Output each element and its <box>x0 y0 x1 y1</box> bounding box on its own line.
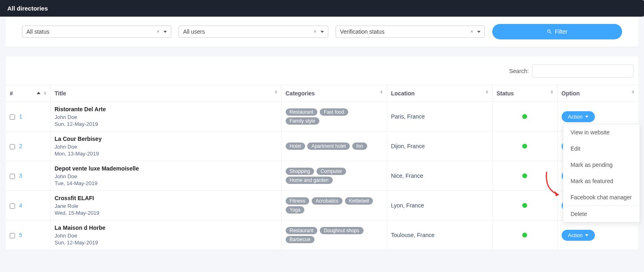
status-active-icon <box>522 173 527 178</box>
table-row: 2La Cour BerbiseyJohn DoeMon, 13-May-201… <box>6 132 638 161</box>
row-checkbox[interactable] <box>10 114 15 120</box>
action-dropdown: View in website Edit Mark as pending Mar… <box>563 124 640 222</box>
row-checkbox[interactable] <box>10 203 15 209</box>
dropdown-mark-as-featured[interactable]: Mark as featured <box>563 173 640 189</box>
sort-icon <box>486 90 488 94</box>
dropdown-delete[interactable]: Delete <box>563 205 640 222</box>
search-input[interactable] <box>532 65 633 78</box>
row-title: La Maison d Horbe <box>55 225 277 231</box>
status-filter-select[interactable]: All status × <box>22 26 171 38</box>
sort-icon <box>632 90 634 94</box>
filter-panel: All status × All users × Verification st… <box>6 17 638 47</box>
verification-filter-select[interactable]: Verification status × <box>336 26 485 38</box>
row-user: John Doe <box>55 233 277 239</box>
row-location: Dijon, France <box>387 132 492 161</box>
column-header-categories[interactable]: Categories <box>281 85 387 102</box>
category-tag: Restaurant <box>286 227 318 234</box>
row-date: Wed, 15-May-2019 <box>55 210 277 216</box>
action-button-label: Action <box>568 232 583 238</box>
chevron-down-icon <box>585 234 588 236</box>
row-date: Mon, 13-May-2019 <box>55 151 277 157</box>
category-tag: Acrobatics <box>312 197 342 205</box>
status-active-icon <box>522 144 527 149</box>
page-title: All directories <box>7 5 48 12</box>
row-user: John Doe <box>55 144 277 150</box>
users-filter-label: All users <box>183 28 205 35</box>
directories-table: # Title Categories <box>6 85 638 250</box>
row-user: John Doe <box>55 173 277 179</box>
filter-button[interactable]: Filter <box>492 24 622 39</box>
category-tag: Kettlebell <box>345 197 373 205</box>
row-number: 2 <box>19 143 22 149</box>
search-icon <box>547 29 552 35</box>
dropdown-mark-as-pending[interactable]: Mark as pending <box>563 157 640 173</box>
sort-icon <box>44 91 46 95</box>
category-tag: Home and garden <box>286 177 333 184</box>
category-tag: Restaurant <box>286 108 318 116</box>
table-panel: Search: # Title <box>6 56 638 250</box>
row-date: Tue, 14-May-2019 <box>55 180 277 186</box>
close-icon[interactable]: × <box>155 29 161 35</box>
category-tag: Inn <box>352 142 367 150</box>
close-icon[interactable]: × <box>469 29 475 35</box>
action-button[interactable]: Action <box>562 111 595 122</box>
row-user: John Doe <box>55 114 277 120</box>
row-number: 5 <box>19 232 22 238</box>
row-title: Depot vente luxe Mademoiselle <box>55 165 277 172</box>
category-tag: Doughnut shops <box>320 227 363 234</box>
row-title: Crossfit ELAFI <box>55 195 277 201</box>
chevron-down-icon <box>477 31 480 33</box>
column-header-option[interactable]: Option <box>557 85 638 102</box>
sort-icon <box>551 90 553 94</box>
category-tag: Family style <box>286 117 319 125</box>
category-tag: Hotel <box>286 142 305 150</box>
row-user: Jane Role <box>55 203 277 209</box>
column-header-status[interactable]: Status <box>492 85 557 102</box>
verification-filter-label: Verification status <box>340 28 385 35</box>
sort-icon <box>380 90 383 94</box>
row-number: 4 <box>19 202 22 209</box>
category-tag: Computer <box>317 168 346 175</box>
sort-icon <box>275 90 277 94</box>
row-date: Sun, 12-May-2019 <box>55 121 277 127</box>
users-filter-select[interactable]: All users × <box>179 26 328 38</box>
category-tag: Yoga <box>286 206 305 214</box>
table-row: 5La Maison d HorbeJohn DoeSun, 12-May-20… <box>6 220 638 250</box>
row-number: 1 <box>19 113 22 120</box>
action-button-label: Action <box>568 114 583 120</box>
row-location: Paris, France <box>387 102 492 132</box>
sort-asc-icon <box>37 92 41 94</box>
row-checkbox[interactable] <box>10 144 15 149</box>
table-row: 3Depot vente luxe MademoiselleJohn DoeTu… <box>6 161 638 191</box>
category-tag: Apartment hotel <box>307 142 350 150</box>
column-header-num[interactable]: # <box>6 85 50 102</box>
dropdown-facebook-chat-manager[interactable]: Facebook chat manager <box>563 189 640 205</box>
dropdown-view-in-website[interactable]: View in website <box>563 124 640 140</box>
search-label: Search: <box>509 68 529 74</box>
status-active-icon <box>522 233 527 237</box>
dropdown-edit[interactable]: Edit <box>563 140 640 157</box>
action-button[interactable]: Action <box>562 230 595 241</box>
column-header-location[interactable]: Location <box>387 85 492 102</box>
search-row: Search: <box>6 65 638 85</box>
row-checkbox[interactable] <box>10 174 15 179</box>
filter-button-label: Filter <box>555 28 567 35</box>
category-tag: Shopping <box>286 168 314 175</box>
column-header-title[interactable]: Title <box>50 85 281 102</box>
row-checkbox[interactable] <box>10 233 15 238</box>
chevron-down-icon <box>321 31 324 33</box>
row-title: La Cour Berbisey <box>55 136 277 142</box>
status-active-icon <box>522 203 527 208</box>
row-number: 3 <box>19 173 22 179</box>
close-icon[interactable]: × <box>312 29 318 35</box>
row-date: Sun, 12-May-2019 <box>55 240 277 246</box>
row-title: Ristorante Del Arte <box>55 106 277 112</box>
status-active-icon <box>522 114 527 119</box>
status-filter-label: All status <box>26 28 50 35</box>
row-location: Toulouse, France <box>387 220 492 250</box>
table-row: 4Crossfit ELAFIJane RoleWed, 15-May-2019… <box>6 191 638 220</box>
page-header: All directories <box>0 0 644 17</box>
chevron-down-icon <box>164 31 167 33</box>
category-tag: Fitness <box>286 197 310 205</box>
row-location: Nice, France <box>387 161 492 191</box>
